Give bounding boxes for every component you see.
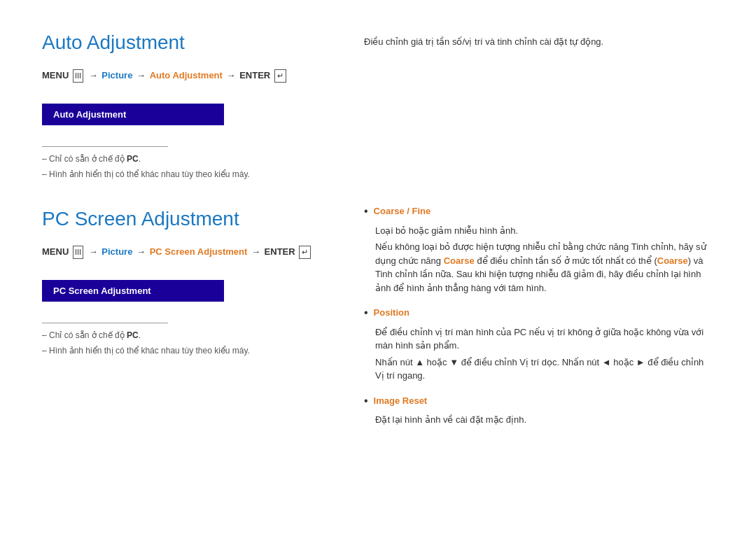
pc-divider bbox=[42, 323, 168, 323]
coarse-fine-body2: Nếu không loại bỏ được hiện tượng nhiễu … bbox=[364, 240, 714, 295]
auto-adjustment-note2: – Hình ảnh hiển thị có thể khác nhau tùy… bbox=[42, 168, 364, 181]
pc-screen-menu-bar: PC Screen Adjustment bbox=[42, 280, 224, 302]
auto-adjustment-title: Auto Adjustment bbox=[42, 28, 364, 57]
pc-picture-label: Picture bbox=[102, 246, 132, 257]
coarse-inline-1: Coarse bbox=[444, 255, 475, 266]
bullet-dot-3: • bbox=[364, 394, 368, 407]
menu-label: MENU bbox=[42, 70, 69, 80]
pc-screen-right: • Coarse / Fine Loại bỏ hoặc giảm nhiễu … bbox=[364, 204, 714, 438]
position-body2: Nhấn nút ▲ hoặc ▼ để điều chỉnh Vị trí d… bbox=[364, 356, 714, 383]
coarse-fine-section: • Coarse / Fine Loại bỏ hoặc giảm nhiễu … bbox=[364, 204, 714, 295]
image-reset-body: Đặt lại hình ảnh về cài đặt mặc định. bbox=[364, 413, 714, 427]
auto-adjustment-right: Điều chỉnh giá trị tần số/vị trí và tinh… bbox=[364, 28, 714, 183]
pc-arrow3: → bbox=[251, 246, 263, 257]
arrow1: → bbox=[89, 70, 101, 80]
menu-icon: III bbox=[73, 69, 83, 83]
pc-arrow1: → bbox=[89, 246, 101, 257]
pc-screen-menu-path: MENU III → Picture → PC Screen Adjustmen… bbox=[42, 245, 364, 259]
pc-screen-adjustment-section: PC Screen Adjustment MENU III → Picture … bbox=[42, 204, 714, 438]
pc-screen-step: PC Screen Adjustment bbox=[150, 246, 248, 257]
pc-menu-label: MENU bbox=[42, 246, 69, 257]
coarse-fine-title: Coarse / Fine bbox=[374, 204, 431, 218]
coarse-fine-body: Loại bỏ hoặc giảm nhiễu hình ảnh. bbox=[364, 224, 714, 238]
auto-adjustment-section: Auto Adjustment MENU III → Picture → Aut… bbox=[42, 28, 714, 183]
auto-adjustment-description: Điều chỉnh giá trị tần số/vị trí và tinh… bbox=[364, 35, 714, 49]
pc-bold: PC bbox=[127, 154, 139, 164]
pc-screen-note2: – Hình ảnh hiển thị có thể khác nhau tùy… bbox=[42, 344, 364, 357]
bullet-dot-1: • bbox=[364, 204, 368, 218]
enter-label: ENTER bbox=[239, 70, 270, 80]
pc-arrow2: → bbox=[136, 246, 148, 257]
auto-adjustment-menu-path: MENU III → Picture → Auto Adjustment → E… bbox=[42, 69, 364, 83]
pc-screen-title: PC Screen Adjustment bbox=[42, 204, 364, 234]
pc-enter-icon: ↵ bbox=[299, 246, 311, 259]
coarse-inline-2: Coarse bbox=[657, 255, 688, 266]
position-section: • Position Để điều chỉnh vị trí màn hình… bbox=[364, 306, 714, 383]
arrow2: → bbox=[136, 70, 148, 80]
arrow3: → bbox=[227, 70, 239, 80]
divider bbox=[42, 146, 168, 147]
auto-adjustment-note1: – Chỉ có sẵn ở chế độ PC. bbox=[42, 153, 364, 165]
pc-screen-pc-bold: PC bbox=[127, 330, 139, 340]
pc-screen-note1: – Chỉ có sẵn ở chế độ PC. bbox=[42, 329, 364, 342]
enter-icon: ↵ bbox=[274, 69, 286, 83]
pc-screen-left: PC Screen Adjustment MENU III → Picture … bbox=[42, 204, 364, 438]
pc-enter-label: ENTER bbox=[265, 246, 295, 257]
image-reset-section: • Image Reset Đặt lại hình ảnh về cài đặ… bbox=[364, 394, 714, 427]
pc-menu-icon: III bbox=[73, 246, 83, 259]
position-body: Để điều chỉnh vị trí màn hình của PC nếu… bbox=[364, 325, 714, 353]
auto-adjustment-step: Auto Adjustment bbox=[150, 70, 223, 80]
position-title: Position bbox=[374, 306, 410, 320]
auto-adjustment-menu-bar: Auto Adjustment bbox=[42, 104, 224, 126]
picture-label: Picture bbox=[102, 70, 132, 80]
auto-adjustment-left: Auto Adjustment MENU III → Picture → Aut… bbox=[42, 28, 364, 183]
image-reset-title: Image Reset bbox=[374, 394, 428, 408]
bullet-dot-2: • bbox=[364, 306, 368, 319]
